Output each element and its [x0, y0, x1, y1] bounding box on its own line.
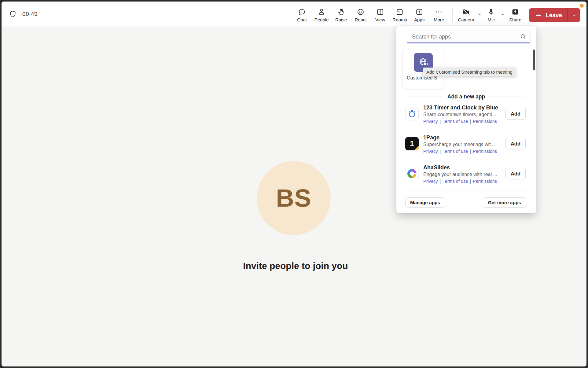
1page-app-icon: 1 [405, 137, 419, 150]
recording-indicator-dot [580, 4, 584, 8]
rooms-icon [395, 8, 404, 16]
share-screen-icon [511, 8, 520, 16]
add-new-app-section-header: Add a new app [407, 94, 526, 100]
apps-panel: Search for apps Customised S [396, 26, 536, 213]
pinned-app-tooltip: Add Customised Streaming tab to meeting [423, 68, 516, 76]
section-title: Add a new app [447, 94, 485, 100]
people-button[interactable]: People [312, 5, 331, 25]
raise-hand-icon [337, 8, 345, 16]
ahaslides-app-info: AhaSlides Engage your audience with real… [423, 164, 502, 184]
participant-avatar: BS [257, 161, 331, 235]
app-description: Share countdown timers, agend... [423, 112, 502, 117]
link-separator: | [470, 149, 471, 154]
link-separator: | [440, 179, 441, 184]
rooms-button[interactable]: Rooms [390, 5, 410, 25]
react-label: React [355, 17, 367, 22]
add-1page-app-button[interactable]: Add [505, 138, 526, 149]
toolbar-controls: Chat People Raise [292, 3, 580, 25]
permissions-link[interactable]: Permissions [473, 149, 497, 154]
camera-options-chevron[interactable] [476, 11, 483, 17]
meeting-timer: 00:49 [22, 11, 38, 17]
share-button[interactable]: Share [506, 5, 524, 25]
toolbar-divider [452, 8, 453, 22]
app-title: AhaSlides [423, 164, 502, 171]
rooms-label: Rooms [392, 17, 407, 22]
invite-message: Invite people to join you [2, 261, 588, 271]
app-description: Engage your audience with real ... [423, 172, 502, 177]
camera-label: Camera [458, 17, 474, 22]
meeting-toolbar: 00:49 Chat People [2, 2, 586, 27]
apps-icon [415, 8, 424, 16]
permissions-link[interactable]: Permissions [473, 179, 497, 184]
chat-label: Chat [297, 17, 307, 22]
link-separator: | [440, 119, 441, 124]
chat-button[interactable]: Chat [292, 5, 312, 25]
link-separator: | [440, 149, 441, 154]
apps-button[interactable]: Apps [410, 5, 429, 25]
privacy-link[interactable]: Privacy [423, 119, 438, 124]
search-icon [520, 33, 527, 40]
add-ahaslides-app-button[interactable]: Add [505, 168, 526, 179]
text-cursor [411, 33, 411, 40]
app-row-timer: 123 Timer and Clock by Blue Share countd… [405, 105, 526, 124]
timer-app-info: 123 Timer and Clock by Blue Share countd… [423, 105, 502, 124]
panel-scrollbar[interactable] [533, 50, 535, 70]
link-separator: | [470, 119, 471, 124]
terms-link[interactable]: Terms of use [443, 119, 468, 124]
app-links: Privacy|Terms of use|Permissions [423, 179, 502, 184]
react-button[interactable]: React [351, 5, 370, 25]
raise-hand-button[interactable]: Raise [331, 5, 351, 25]
leave-label: Leave [546, 12, 562, 19]
raise-hand-label: Raise [335, 17, 347, 22]
leave-button[interactable]: Leave [529, 8, 568, 22]
terms-link[interactable]: Terms of use [443, 179, 468, 184]
apps-label: Apps [414, 17, 424, 22]
header-line-right [489, 97, 526, 97]
share-label: Share [509, 17, 521, 22]
1page-app-info: 1Page Supercharge your meetings wit... P… [423, 134, 502, 154]
meeting-info: 00:49 [9, 10, 38, 18]
camera-off-icon [461, 8, 471, 16]
app-links: Privacy|Terms of use|Permissions [423, 149, 502, 154]
permissions-link[interactable]: Permissions [473, 119, 497, 124]
camera-toggle-button[interactable]: Camera [456, 5, 476, 25]
app-row-1page: 1 1Page Supercharge your meetings wit...… [405, 134, 526, 154]
manage-apps-button[interactable]: Manage apps [405, 197, 445, 208]
more-dots-icon [435, 8, 443, 16]
camera-control: Camera [456, 3, 483, 25]
panel-footer-divider [402, 190, 530, 190]
people-label: People [314, 17, 329, 22]
view-grid-icon [376, 8, 384, 16]
view-label: View [375, 17, 385, 22]
app-title: 123 Timer and Clock by Blue [423, 105, 502, 111]
hangup-icon [535, 12, 542, 19]
more-button[interactable]: More [429, 5, 449, 25]
mic-options-chevron[interactable] [499, 11, 506, 17]
react-smiley-icon [356, 8, 365, 16]
app-links: Privacy|Terms of use|Permissions [423, 119, 502, 124]
mic-label: Mic [487, 17, 494, 22]
app-description: Supercharge your meetings wit... [423, 142, 502, 147]
mic-toggle-button[interactable]: Mic [483, 5, 499, 25]
privacy-link[interactable]: Privacy [423, 149, 438, 154]
leave-options-chevron[interactable] [568, 8, 580, 22]
terms-link[interactable]: Terms of use [443, 149, 468, 154]
mic-icon [487, 8, 495, 16]
search-placeholder: Search for apps [412, 34, 520, 40]
add-timer-app-button[interactable]: Add [505, 108, 526, 120]
chat-icon [298, 8, 306, 16]
header-line-left [407, 97, 443, 97]
mic-control: Mic [483, 3, 506, 25]
link-separator: | [470, 179, 471, 184]
people-icon [317, 8, 326, 16]
app-row-ahaslides: AhaSlides Engage your audience with real… [405, 164, 526, 184]
ahaslides-app-icon [405, 167, 419, 180]
get-more-apps-button[interactable]: Get more apps [483, 197, 526, 208]
view-button[interactable]: View [370, 5, 390, 25]
apps-search-input[interactable]: Search for apps [407, 31, 531, 43]
more-label: More [434, 17, 444, 22]
privacy-link[interactable]: Privacy [423, 179, 438, 184]
shield-icon [9, 10, 17, 18]
app-title: 1Page [423, 134, 502, 141]
leave-button-group: Leave [529, 8, 580, 22]
